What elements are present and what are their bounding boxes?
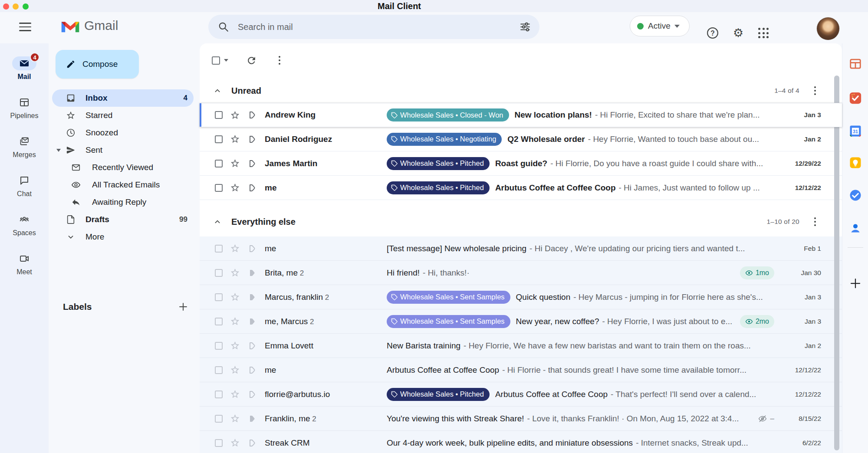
streak-pipeline-icon[interactable] xyxy=(248,111,257,119)
streak-pipeline-icon[interactable] xyxy=(248,439,257,447)
section-more-options-icon[interactable] xyxy=(812,85,818,96)
streak-pipelines-icon[interactable] xyxy=(848,56,863,71)
contacts-icon[interactable] xyxy=(848,221,863,236)
streak-stage-badge[interactable]: Wholesale Sales • Pitched xyxy=(387,157,490,170)
email-tracking-pill[interactable]: 2mo xyxy=(740,315,774,328)
email-row[interactable]: Streak CRMOur 4-day work week, bulk pipe… xyxy=(200,431,842,453)
streak-pipeline-icon[interactable] xyxy=(248,317,257,326)
get-addons-icon[interactable] xyxy=(849,277,862,290)
star-icon[interactable] xyxy=(230,389,240,399)
star-icon[interactable] xyxy=(230,292,240,302)
window-close-button[interactable] xyxy=(3,3,9,10)
star-icon[interactable] xyxy=(230,341,240,351)
calendar-icon[interactable]: 31 xyxy=(848,124,863,138)
row-checkbox[interactable] xyxy=(215,135,223,143)
row-checkbox[interactable] xyxy=(215,111,223,119)
user-avatar[interactable] xyxy=(817,17,839,40)
star-icon[interactable] xyxy=(230,268,240,278)
streak-pipeline-icon[interactable] xyxy=(248,159,257,168)
star-icon[interactable] xyxy=(230,134,240,144)
row-checkbox[interactable] xyxy=(215,184,223,192)
status-dropdown[interactable]: Active xyxy=(630,16,690,36)
select-dropdown-icon[interactable] xyxy=(224,59,228,62)
row-checkbox[interactable] xyxy=(215,439,223,447)
star-icon[interactable] xyxy=(230,414,240,423)
collapse-chevron-icon[interactable] xyxy=(213,86,222,95)
email-row[interactable]: meArbutus Coffee at Coffee Coop- Hi Flor… xyxy=(200,358,842,382)
email-row[interactable]: Brita, me 2Hi friend!- Hi, thanks!·1moJa… xyxy=(200,261,842,285)
row-checkbox[interactable] xyxy=(215,245,223,253)
row-checkbox[interactable] xyxy=(215,269,223,277)
sidebar-item-all-tracked-emails[interactable]: All Tracked Emails xyxy=(52,176,194,194)
help-button[interactable]: ? xyxy=(706,26,719,39)
star-icon[interactable] xyxy=(230,158,240,168)
streak-pipeline-icon[interactable] xyxy=(248,244,257,253)
google-apps-grid-icon[interactable] xyxy=(757,26,770,39)
row-checkbox[interactable] xyxy=(215,391,223,398)
sidebar-item-sent[interactable]: Sent xyxy=(52,141,194,159)
streak-pipeline-icon[interactable] xyxy=(248,269,257,277)
email-row[interactable]: Emma LovettNew Barista training- Hey Flo… xyxy=(200,334,842,358)
sidebar-item-more[interactable]: More xyxy=(52,228,194,246)
refresh-icon[interactable] xyxy=(246,55,257,66)
main-menu-icon[interactable] xyxy=(19,23,31,32)
sidebar-item-awaiting-reply[interactable]: Awaiting Reply xyxy=(52,194,194,211)
section-more-options-icon[interactable] xyxy=(812,217,818,227)
rail-item-meet[interactable]: Meet xyxy=(0,252,49,276)
select-all-checkbox[interactable] xyxy=(212,56,220,65)
row-checkbox[interactable] xyxy=(215,160,223,167)
compose-button[interactable]: Compose xyxy=(56,50,139,79)
sidebar-item-drafts[interactable]: Drafts99 xyxy=(52,211,194,228)
streak-stage-badge[interactable]: Wholesale Sales • Negotiating xyxy=(387,133,502,146)
email-row[interactable]: Daniel RodriguezWholesale Sales • Negoti… xyxy=(200,127,842,151)
streak-pipeline-icon[interactable] xyxy=(248,366,257,374)
rail-item-chat[interactable]: Chat xyxy=(0,174,49,198)
star-icon[interactable] xyxy=(230,365,240,375)
search-icon[interactable] xyxy=(218,21,229,33)
email-row[interactable]: Marcus, franklin 2Wholesale Sales • Sent… xyxy=(200,285,842,309)
keep-icon[interactable] xyxy=(848,155,863,170)
star-icon[interactable] xyxy=(230,110,240,120)
expander-triangle-icon[interactable] xyxy=(56,149,61,152)
window-minimize-button[interactable] xyxy=(13,3,19,10)
email-row[interactable]: James MartinWholesale Sales • PitchedRoa… xyxy=(200,151,842,176)
search-bar[interactable]: Search in mail xyxy=(208,15,539,39)
rail-item-merges[interactable]: Merges xyxy=(0,135,49,159)
streak-pipeline-icon[interactable] xyxy=(248,341,257,350)
row-checkbox[interactable] xyxy=(215,293,223,301)
email-tracking-pill[interactable]: 1mo xyxy=(740,266,774,279)
row-checkbox[interactable] xyxy=(215,342,223,350)
tasks-icon[interactable] xyxy=(848,188,863,203)
add-label-icon[interactable] xyxy=(178,301,189,312)
rail-item-pipelines[interactable]: Pipelines xyxy=(0,95,49,120)
search-input[interactable]: Search in mail xyxy=(238,22,519,32)
streak-pipeline-icon[interactable] xyxy=(248,135,257,144)
email-row[interactable]: Franklin, me 2You're viewing this with S… xyxy=(200,407,842,431)
email-row[interactable]: Andrew KingWholesale Sales • Closed - Wo… xyxy=(200,103,842,127)
window-zoom-button[interactable] xyxy=(23,3,29,10)
search-filters-icon[interactable] xyxy=(519,21,531,33)
streak-pipeline-icon[interactable] xyxy=(248,390,257,399)
email-row[interactable]: florrie@arbutus.ioWholesale Sales • Pitc… xyxy=(200,382,842,407)
streak-check-icon[interactable] xyxy=(848,91,863,105)
row-checkbox[interactable] xyxy=(215,415,223,423)
email-row[interactable]: me, Marcus 2Wholesale Sales • Sent Sampl… xyxy=(200,309,842,334)
streak-pipeline-icon[interactable] xyxy=(248,293,257,302)
list-scrollbar[interactable] xyxy=(834,76,839,450)
star-icon[interactable] xyxy=(230,438,240,448)
email-row[interactable]: me[Test message] New wholesale pricing- … xyxy=(200,236,842,261)
streak-stage-badge[interactable]: Wholesale Sales • Sent Samples xyxy=(387,291,510,304)
email-row[interactable]: meWholesale Sales • PitchedArbutus Coffe… xyxy=(200,176,842,200)
star-icon[interactable] xyxy=(230,316,240,326)
sidebar-item-snoozed[interactable]: Snoozed xyxy=(52,124,194,141)
streak-stage-badge[interactable]: Wholesale Sales • Closed - Won xyxy=(387,108,509,121)
row-checkbox[interactable] xyxy=(215,366,223,374)
streak-stage-badge[interactable]: Wholesale Sales • Pitched xyxy=(387,181,490,194)
star-icon[interactable] xyxy=(230,243,240,253)
row-checkbox[interactable] xyxy=(215,318,223,325)
sidebar-item-inbox[interactable]: Inbox4 xyxy=(52,89,194,107)
rail-item-mail[interactable]: 4Mail xyxy=(0,56,49,81)
collapse-chevron-icon[interactable] xyxy=(213,217,222,226)
star-icon[interactable] xyxy=(230,183,240,193)
rail-item-spaces[interactable]: Spaces xyxy=(0,213,49,237)
